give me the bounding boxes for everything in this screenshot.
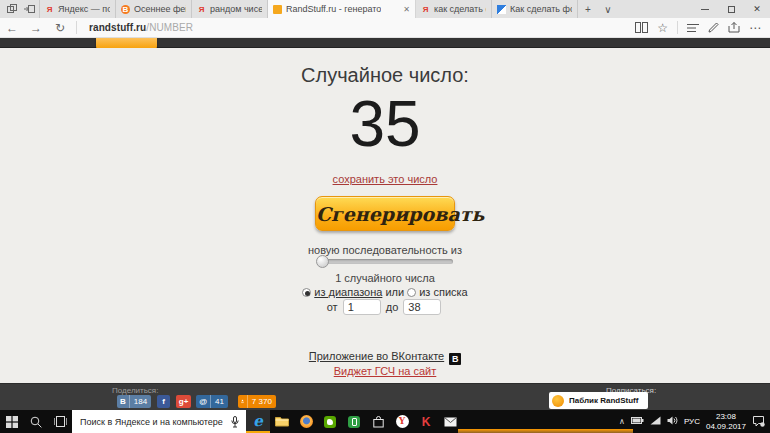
blue-favicon-icon: [497, 5, 506, 14]
battery-icon[interactable]: [631, 417, 644, 426]
tab-close-icon[interactable]: ✕: [399, 5, 410, 14]
minimize-button[interactable]: [692, 0, 718, 18]
taskbar-green-phone-app-button[interactable]: [342, 410, 366, 433]
share-icon[interactable]: [728, 19, 740, 37]
odnoklassniki-icon: [238, 397, 247, 406]
new-tab-button[interactable]: +: [578, 0, 598, 18]
vk-badge-icon: B: [449, 353, 461, 365]
taskbar-store-button[interactable]: [366, 410, 390, 433]
list-radio[interactable]: [407, 288, 416, 297]
vk-icon: B: [117, 397, 129, 406]
taskbar-search-button[interactable]: [24, 410, 48, 433]
ink-pen-icon[interactable]: [708, 19, 719, 37]
firefox-icon: [300, 415, 313, 428]
task-view-button[interactable]: [48, 410, 72, 433]
clock-time: 23:08: [706, 412, 746, 422]
url-path: /NUMBER: [146, 22, 193, 33]
taskbar-edge-button[interactable]: e: [246, 410, 270, 433]
taskbar-kaspersky-button[interactable]: K: [414, 410, 438, 433]
browser-tab-3[interactable]: Я рандом чисел — Яндекс: н: [192, 0, 268, 18]
browser-tab-2[interactable]: В Осеннее фейство. - запись: [116, 0, 192, 18]
minimize-icon: [701, 9, 709, 10]
windows-store-icon: [373, 416, 384, 428]
count-slider[interactable]: [318, 259, 453, 264]
browser-tab-5[interactable]: Я как сделать фото экрана кс: [416, 0, 492, 18]
mailru-share-button[interactable]: @ 41: [196, 395, 228, 408]
to-label: до: [386, 301, 399, 313]
orange-b-favicon-icon: В: [121, 5, 130, 14]
ok-share-button[interactable]: 7 370: [238, 395, 276, 408]
close-window-button[interactable]: ✕: [744, 0, 770, 18]
language-indicator[interactable]: РУС: [684, 417, 700, 426]
green-app-icon: [324, 416, 336, 428]
task-view-icon: [54, 416, 67, 427]
kaspersky-icon: K: [422, 415, 431, 429]
speaker-icon[interactable]: [667, 416, 678, 427]
reading-view-icon[interactable]: [635, 19, 648, 37]
save-number-row: сохранить это число: [0, 173, 770, 185]
tab-actions: [0, 0, 40, 18]
save-number-link[interactable]: сохранить это число: [333, 173, 438, 185]
browser-tab-6[interactable]: Как сделать фото экрана ю: [492, 0, 578, 18]
set-tabs-aside-icon[interactable]: [24, 4, 35, 14]
randstuff-logo-icon: [552, 395, 564, 407]
hub-icon[interactable]: [687, 19, 699, 37]
taskbar-search-input[interactable]: Поиск в Яндексе и на компьютере: [72, 410, 246, 433]
from-label: от: [327, 301, 338, 313]
slider-handle[interactable]: [316, 255, 329, 268]
start-button[interactable]: [0, 410, 24, 433]
clock[interactable]: 23:08 04.09.2017: [706, 412, 746, 432]
facebook-share-button[interactable]: f: [157, 395, 170, 408]
site-nav-bar: [0, 38, 770, 48]
page-title: Случайное число:: [0, 64, 770, 87]
yandex-favicon-icon: Я: [45, 5, 54, 14]
yandex-favicon-icon: Я: [421, 5, 430, 14]
maximize-button[interactable]: [718, 0, 744, 18]
system-tray: ∧ РУС 23:08 04.09.2017: [619, 410, 770, 433]
yandex-favicon-icon: Я: [197, 5, 206, 14]
from-input[interactable]: [343, 299, 381, 315]
subscribe-button-label: Паблик RandStuff: [569, 396, 638, 405]
url-field[interactable]: randstuff.ru/NUMBER: [81, 22, 635, 33]
maximize-icon: [728, 6, 735, 13]
network-icon[interactable]: [650, 416, 661, 427]
action-center-icon[interactable]: [752, 415, 765, 429]
randstuff-favicon-icon: [273, 5, 282, 14]
tab-dropdown-button[interactable]: ∨: [598, 0, 618, 18]
url-host: randstuff.ru: [89, 22, 146, 33]
refresh-button[interactable]: ↻: [48, 21, 72, 35]
range-inputs-row: от до: [0, 299, 770, 315]
microphone-icon[interactable]: [231, 416, 239, 428]
range-radio[interactable]: [302, 288, 311, 297]
mode-radio-row: из диапазона или из списка: [0, 286, 770, 298]
sequence-label: новую последовательность из: [0, 244, 770, 256]
tab-title: как сделать фото экрана кс: [434, 4, 486, 14]
browser-tab-1[interactable]: Я Яндекс — поиск №1 в Рос: [40, 0, 116, 18]
to-input[interactable]: [403, 299, 441, 315]
vk-app-link[interactable]: Приложение во ВКонтакте: [309, 350, 444, 362]
vk-share-button[interactable]: B 184: [117, 395, 151, 408]
tab-title: Как сделать фото экрана ю: [510, 4, 572, 14]
taskbar-green-app-button[interactable]: [318, 410, 342, 433]
range-radio-label[interactable]: из диапазона: [314, 286, 382, 298]
window-controls: ✕: [692, 0, 770, 18]
vk-share-count: 184: [129, 395, 151, 408]
widget-link[interactable]: Виджет ГСЧ на сайт: [334, 365, 437, 377]
gplus-share-button[interactable]: g+: [176, 395, 191, 408]
tray-chevron-icon[interactable]: ∧: [619, 417, 625, 426]
favorites-star-icon[interactable]: ☆: [657, 21, 668, 35]
taskbar-firefox-button[interactable]: [294, 410, 318, 433]
browser-tab-active-randstuff[interactable]: RandStuff.ru - генерато ✕: [268, 0, 416, 18]
generate-button[interactable]: Сгенерировать: [315, 196, 455, 231]
divider: [76, 21, 77, 34]
mailru-at-icon: @: [196, 397, 210, 406]
subscribe-button[interactable]: Паблик RandStuff: [549, 392, 648, 409]
more-options-icon[interactable]: ⋯: [749, 21, 762, 35]
list-radio-label[interactable]: из списка: [419, 286, 468, 298]
taskbar-explorer-button[interactable]: [270, 410, 294, 433]
back-button[interactable]: ←: [0, 21, 24, 35]
ok-share-count: 7 370: [247, 395, 276, 408]
forward-button[interactable]: →: [24, 21, 48, 35]
tab-preview-icon[interactable]: [7, 4, 17, 14]
taskbar-yandex-browser-button[interactable]: Y: [390, 410, 414, 433]
